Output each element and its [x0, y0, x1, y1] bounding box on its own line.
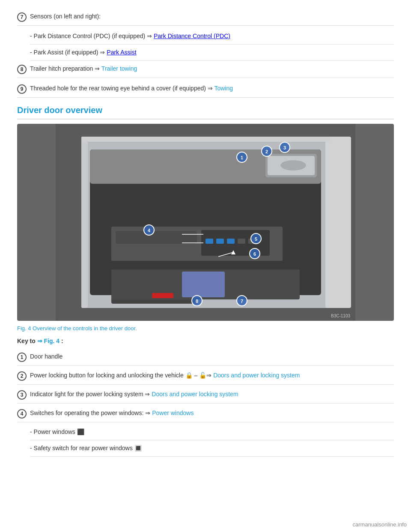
door-item-3-text: Indicator light for the power locking sy… — [30, 390, 238, 399]
door-item-3: 3 Indicator light for the power locking … — [17, 386, 394, 403]
svg-rect-25 — [152, 293, 173, 298]
key-title: Key to ⇒ Fig. 4 : — [17, 338, 394, 344]
key-colon: : — [61, 338, 63, 344]
doors-locking-link-2[interactable]: Doors and power locking sys­tem — [213, 372, 300, 379]
svg-text:7: 7 — [241, 299, 243, 304]
svg-rect-14 — [116, 231, 197, 244]
svg-text:2: 2 — [265, 149, 268, 154]
door-item-1: 1 Door handle — [17, 349, 394, 366]
svg-rect-12 — [238, 239, 245, 244]
circle-9: 9 — [17, 84, 27, 94]
circle-d3: 3 — [17, 390, 27, 400]
svg-text:8: 8 — [196, 299, 198, 304]
svg-rect-9 — [206, 239, 213, 244]
item-7-row: 7 Sensors (on left and right): — [17, 9, 394, 26]
circle-d2: 2 — [17, 371, 27, 381]
item-8-label: Trailer hitch preparation ⇒ — [30, 65, 101, 72]
pdc-link[interactable]: Park Distance Control (PDC) — [154, 33, 230, 39]
svg-rect-11 — [227, 239, 235, 244]
key-section: Key to ⇒ Fig. 4 : 1 Door handle 2 Power … — [17, 338, 394, 457]
item-9-row: 9 Threaded hole for the rear towing eye … — [17, 81, 394, 98]
fig-caption: Fig. 4 Overview of the controls in the d… — [17, 325, 394, 332]
svg-text:4: 4 — [148, 228, 151, 233]
circle-d1: 1 — [17, 353, 27, 362]
svg-text:3: 3 — [283, 145, 286, 150]
svg-rect-24 — [182, 272, 225, 297]
item-9-label: Threaded hole for the rear towing eye be… — [30, 85, 214, 92]
car-door-svg: 1 2 3 4 5 6 — [17, 124, 394, 321]
content-area: 7 Sensors (on left and right): - Park Di… — [17, 9, 394, 457]
svg-rect-27 — [81, 137, 88, 308]
item-8-row: 8 Trailer hitch preparation ⇒ Trailer to… — [17, 61, 394, 78]
door-sub-item-pw: - Power windows ⬛ — [30, 424, 394, 440]
svg-text:6: 6 — [253, 251, 256, 257]
sub-item-park-assist-text: - Park Assist (if equipped) ⇒ — [30, 49, 107, 56]
svg-rect-28 — [81, 137, 330, 142]
svg-rect-10 — [216, 239, 224, 244]
fig4-link[interactable]: ⇒ Fig. 4 — [37, 338, 60, 344]
svg-text:1: 1 — [241, 155, 243, 160]
door-item-4: 4 Switches for operating the power windo… — [17, 405, 394, 422]
park-assist-link[interactable]: Park Assist — [107, 49, 136, 56]
trailer-towing-link[interactable]: Trailer towing — [101, 65, 137, 72]
sub-item-pdc-text: - Park Distance Control (PDC) (if equipp… — [30, 33, 154, 39]
key-label: Key to — [17, 338, 36, 344]
svg-rect-26 — [325, 137, 351, 308]
item-8-text: Trailer hitch preparation ⇒ Trailer towi… — [30, 64, 137, 73]
svg-text:5: 5 — [255, 236, 257, 242]
towing-link[interactable]: Towing — [214, 85, 233, 92]
item-9-text: Threaded hole for the rear towing eye be… — [30, 84, 233, 93]
sub-item-park-assist: - Park Assist (if equipped) ⇒ Park Assis… — [30, 45, 394, 61]
svg-text:B3C-1103: B3C-1103 — [331, 314, 350, 318]
door-item-2-text: Power locking button for locking and unl… — [30, 371, 300, 380]
door-sub-item-safety: - Safety switch for rear power windows 🔳 — [30, 440, 394, 457]
svg-point-6 — [280, 160, 306, 170]
page-container: 7 Sensors (on left and right): - Park Di… — [0, 0, 411, 532]
section-heading: Driver door overview — [17, 105, 394, 120]
window-icon-pw: ⬛ — [77, 428, 84, 435]
circle-7: 7 — [17, 12, 27, 22]
circle-d4: 4 — [17, 409, 27, 418]
door-item-1-text: Door handle — [30, 352, 63, 361]
site-watermark: carmanualsonline.info — [353, 521, 407, 528]
circle-8: 8 — [17, 65, 27, 74]
door-item-4-text: Switches for operating the power windows… — [30, 409, 194, 418]
item-7-text: Sensors (on left and right): — [30, 12, 101, 21]
window-icon-safety: 🔳 — [134, 445, 142, 451]
door-item-2: 2 Power locking button for locking and u… — [17, 368, 394, 385]
car-door-image: 1 2 3 4 5 6 — [17, 124, 394, 321]
sub-item-pdc: - Park Distance Control (PDC) (if equipp… — [30, 28, 394, 45]
doors-locking-link-3[interactable]: Doors and power locking system — [152, 391, 238, 398]
power-windows-link[interactable]: Power windows — [152, 409, 194, 416]
